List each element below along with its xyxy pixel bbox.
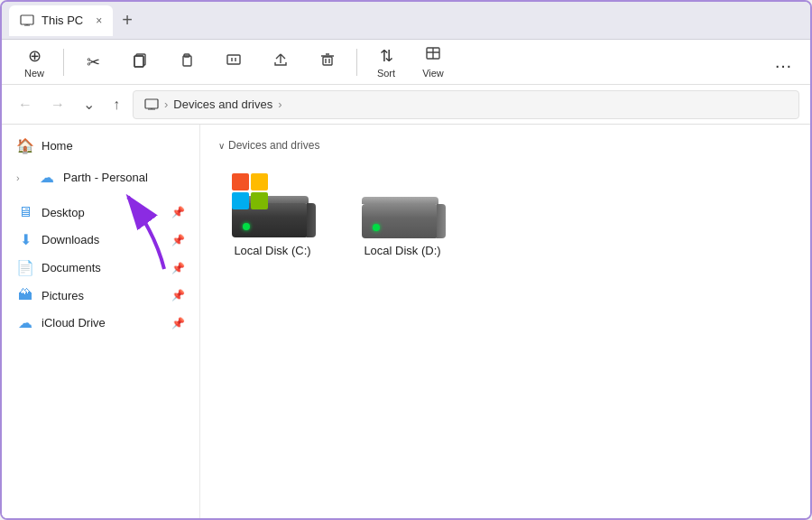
- drives-grid: Local Disk (C:) Local Disk (D:): [218, 166, 792, 265]
- windows-logo: [232, 173, 272, 213]
- drive-d-label: Local Disk (D:): [364, 244, 440, 257]
- toolbar-separator-2: [356, 49, 357, 76]
- delete-icon: [319, 51, 336, 72]
- svg-rect-11: [323, 57, 332, 65]
- home-icon: 🏠: [16, 137, 34, 154]
- share-icon: [272, 51, 289, 72]
- sidebar-item-documents[interactable]: 📄 Documents 📌: [5, 254, 196, 282]
- downloads-icon: ⬇: [16, 231, 34, 248]
- desktop-icon: 🖥: [16, 204, 34, 220]
- sidebar-item-downloads[interactable]: ⬇ Downloads 📌: [5, 226, 196, 254]
- sidebar-desktop-label: Desktop: [42, 206, 85, 219]
- drive-c[interactable]: Local Disk (C:): [218, 166, 327, 265]
- monitor-icon: [20, 14, 34, 28]
- sidebar-downloads-label: Downloads: [42, 233, 99, 246]
- toolbar-separator-1: [63, 49, 64, 76]
- sidebar-personal-label: Parth - Personal: [63, 171, 148, 184]
- toolbar: ⊕ New ✂: [2, 40, 810, 85]
- drive-c-visual: [232, 173, 313, 237]
- sidebar-home-label: Home: [42, 139, 73, 153]
- pc-path-icon: [144, 98, 159, 112]
- path-separator-2: ›: [278, 98, 281, 111]
- address-path[interactable]: › Devices and drives ›: [133, 90, 799, 119]
- sort-icon: ⇅: [380, 46, 393, 66]
- address-bar: ← → ⌄ ↑ › Devices and drives ›: [2, 85, 810, 125]
- delete-button[interactable]: [306, 44, 349, 80]
- new-icon: ⊕: [28, 46, 42, 66]
- title-bar: This PC × +: [2, 2, 810, 40]
- sidebar: 🏠 Home › ☁ Parth - Personal 🖥 Desktop 📌 …: [2, 125, 200, 520]
- sidebar-item-desktop[interactable]: 🖥 Desktop 📌: [5, 199, 196, 226]
- copy-icon: [132, 51, 148, 72]
- svg-rect-4: [134, 56, 143, 67]
- main-container: 🏠 Home › ☁ Parth - Personal 🖥 Desktop 📌 …: [2, 125, 810, 520]
- tab-close-button[interactable]: ×: [96, 14, 102, 27]
- pin-documents-icon: 📌: [171, 262, 185, 274]
- paste-icon: [179, 51, 195, 72]
- paste-button[interactable]: [165, 44, 208, 80]
- sort-button[interactable]: ⇅ Sort: [364, 44, 408, 80]
- new-tab-button[interactable]: +: [116, 10, 138, 31]
- icloud-icon: ☁: [16, 314, 34, 331]
- up-button[interactable]: ↑: [107, 93, 125, 116]
- sidebar-documents-label: Documents: [42, 261, 101, 274]
- section-label: Devices and drives: [228, 139, 319, 152]
- sidebar-item-icloud[interactable]: ☁ iCloud Drive 📌: [5, 309, 196, 337]
- sidebar-item-personal[interactable]: › ☁ Parth - Personal: [5, 163, 196, 191]
- hdd-d: [362, 197, 438, 237]
- view-label: View: [422, 68, 444, 79]
- view-button[interactable]: View: [411, 44, 455, 80]
- pin-desktop-icon: 📌: [171, 206, 185, 218]
- pictures-icon: 🏔: [16, 287, 34, 303]
- drive-c-label: Local Disk (C:): [234, 244, 310, 257]
- more-button[interactable]: …: [767, 48, 799, 76]
- tab-this-pc[interactable]: This PC ×: [9, 5, 113, 36]
- content-area: ∨ Devices and drives: [200, 125, 810, 520]
- documents-icon: 📄: [16, 259, 34, 276]
- new-label: New: [24, 68, 44, 79]
- sidebar-pictures-label: Pictures: [42, 289, 84, 302]
- svg-rect-8: [227, 55, 240, 64]
- tab-label: This PC: [42, 14, 83, 27]
- new-button[interactable]: ⊕ New: [13, 44, 56, 80]
- cut-button[interactable]: ✂: [71, 44, 115, 80]
- path-separator-1: ›: [164, 98, 168, 111]
- rename-icon: [226, 51, 242, 72]
- cloud-icon: ☁: [38, 169, 56, 186]
- view-icon: [425, 45, 441, 66]
- svg-rect-0: [21, 15, 33, 24]
- share-button[interactable]: [259, 44, 302, 80]
- dropdown-button[interactable]: ⌄: [78, 92, 100, 116]
- cut-icon: ✂: [87, 52, 100, 72]
- expand-icon: ›: [16, 172, 31, 183]
- drive-d-visual: [362, 173, 443, 237]
- sidebar-item-pictures[interactable]: 🏔 Pictures 📌: [5, 282, 196, 309]
- sidebar-item-home[interactable]: 🏠 Home: [5, 132, 196, 160]
- drive-d[interactable]: Local Disk (D:): [348, 166, 457, 265]
- section-chevron: ∨: [218, 141, 225, 151]
- forward-button[interactable]: →: [45, 93, 70, 116]
- pin-icloud-icon: 📌: [171, 317, 185, 330]
- pin-downloads-icon: 📌: [171, 234, 185, 246]
- pin-pictures-icon: 📌: [171, 289, 185, 302]
- path-thispc: Devices and drives: [173, 98, 272, 111]
- section-header: ∨ Devices and drives: [218, 139, 792, 152]
- svg-rect-19: [145, 99, 158, 108]
- sort-label: Sort: [377, 68, 395, 79]
- back-button[interactable]: ←: [13, 93, 38, 116]
- sidebar-icloud-label: iCloud Drive: [42, 316, 106, 330]
- copy-button[interactable]: [118, 44, 161, 80]
- rename-button[interactable]: [212, 44, 255, 80]
